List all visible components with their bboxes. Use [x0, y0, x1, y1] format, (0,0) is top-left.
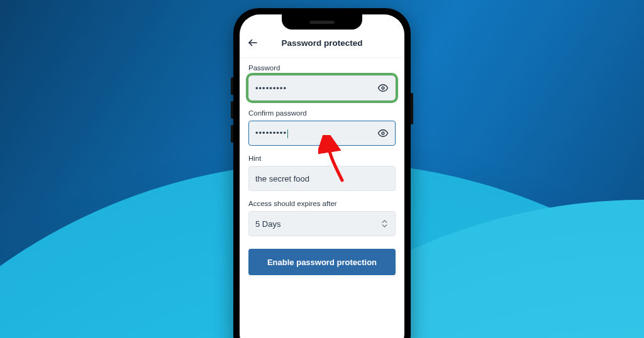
- hint-field-group: Hint the secret food: [248, 155, 396, 191]
- enable-password-protection-button[interactable]: Enable password protection: [248, 249, 396, 275]
- confirm-password-field-group: Confirm password •••••••••: [248, 109, 396, 146]
- expires-label: Access should expires after: [248, 200, 396, 207]
- eye-icon[interactable]: [377, 128, 389, 139]
- confirm-password-input[interactable]: •••••••••: [248, 121, 396, 146]
- phone-notch: [282, 14, 362, 30]
- password-field-group: Password •••••••••: [248, 64, 396, 101]
- app-header: Password protected: [240, 32, 404, 58]
- hint-label: Hint: [248, 155, 396, 162]
- svg-point-2: [382, 132, 384, 134]
- eye-icon[interactable]: [377, 82, 389, 94]
- confirm-password-label: Confirm password: [248, 109, 396, 117]
- expires-value: 5 Days: [255, 219, 380, 229]
- phone-screen: Password protected Password •••••••••: [240, 14, 404, 338]
- page-title: Password protected: [247, 38, 397, 48]
- expires-select[interactable]: 5 Days: [248, 211, 396, 236]
- hint-input[interactable]: the secret food: [248, 166, 396, 191]
- svg-point-1: [382, 87, 384, 89]
- hint-value: the secret food: [255, 174, 389, 183]
- phone-speaker: [309, 21, 335, 24]
- password-label: Password: [248, 64, 396, 72]
- text-cursor: [287, 129, 289, 138]
- expires-field-group: Access should expires after 5 Days: [248, 200, 396, 236]
- password-value: •••••••••: [255, 84, 377, 93]
- password-input[interactable]: •••••••••: [248, 75, 396, 101]
- phone-frame: Password protected Password •••••••••: [233, 8, 411, 338]
- confirm-password-value: •••••••••: [255, 128, 377, 138]
- stepper-icon[interactable]: [380, 217, 389, 230]
- form-content: Password ••••••••• Confirm password ••••…: [240, 58, 404, 275]
